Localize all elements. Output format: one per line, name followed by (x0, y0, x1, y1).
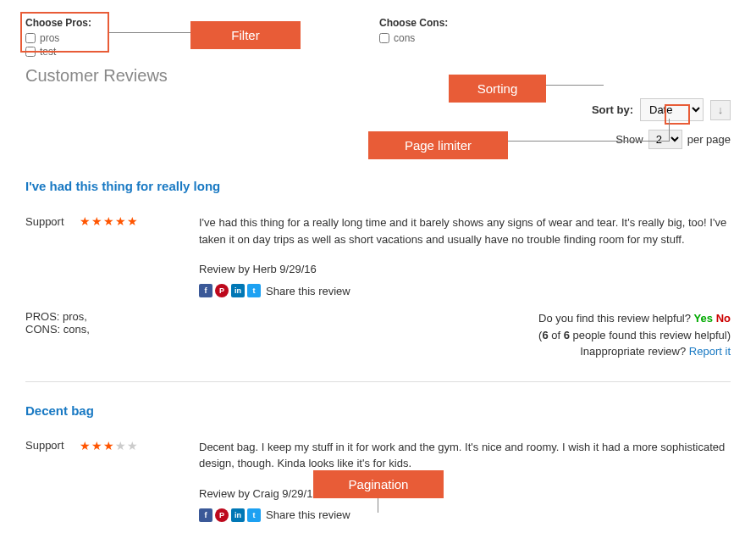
rating-stars: ★★★★★ (80, 214, 138, 228)
share-label[interactable]: Share this review (266, 285, 350, 297)
helpful-count: (6 of 6 people found this review helpful… (538, 327, 731, 344)
filter-item-label: cons (394, 32, 415, 44)
inappropriate-label: Inappropriate review? (580, 345, 686, 358)
review: Decent bag Support ★★★★★ Decent bag. I k… (25, 403, 731, 534)
review-byline: Review by Herb 9/29/16 (199, 263, 731, 275)
sort-label: Sort by: (592, 103, 633, 116)
star-icon: ★ (91, 439, 102, 452)
facebook-icon[interactable]: f (199, 508, 212, 522)
review-title[interactable]: Decent bag (25, 403, 731, 418)
social-icons: f P in t (199, 284, 261, 297)
star-icon: ★ (80, 214, 91, 228)
annotation-line (508, 141, 669, 142)
pros-text: PROS: pros, (25, 310, 90, 323)
twitter-icon[interactable]: t (247, 284, 261, 297)
helpful-no[interactable]: No (716, 312, 731, 325)
annotation-line (378, 496, 378, 513)
pinterest-icon[interactable]: P (215, 508, 229, 522)
arrow-down-icon: ↓ (718, 103, 724, 116)
filter-item-label: test (40, 46, 56, 58)
report-link[interactable]: Report it (689, 345, 731, 358)
facebook-icon[interactable]: f (199, 284, 212, 297)
linkedin-icon[interactable]: in (231, 284, 245, 297)
cons-filter: Choose Cons: cons (379, 17, 448, 59)
star-icon: ★ (115, 439, 126, 452)
social-icons: f P in t (199, 508, 261, 522)
linkedin-icon[interactable]: in (231, 508, 245, 522)
show-label: Show (615, 133, 643, 146)
sort-controls: Sort by: Date ↓ (25, 98, 731, 121)
filter-checkbox[interactable] (25, 47, 36, 57)
pros-filter: Choose Pros: prostest (25, 17, 91, 59)
rating-label: Support (25, 215, 64, 228)
callout-sorting: Sorting (449, 75, 546, 103)
limiter-select[interactable]: 2 (648, 130, 682, 149)
twitter-icon[interactable]: t (247, 508, 261, 522)
section-title: Customer Reviews (25, 66, 731, 86)
star-icon: ★ (103, 439, 114, 452)
filter-item: cons (379, 32, 448, 44)
per-page-label: per page (687, 133, 731, 146)
review-byline: Review by Craig 9/29/16 (199, 487, 731, 500)
pros-filter-label: Choose Pros: (25, 17, 91, 29)
cons-filter-label: Choose Cons: (379, 17, 448, 29)
callout-page-limiter: Page limiter (368, 131, 508, 159)
star-icon: ★ (91, 214, 102, 228)
callout-filter: Filter (190, 21, 301, 49)
helpful-question: Do you find this review helpful? (538, 312, 691, 325)
star-icon: ★ (127, 439, 138, 452)
filter-checkbox[interactable] (379, 33, 389, 43)
star-icon: ★ (80, 439, 91, 452)
sort-direction-button[interactable]: ↓ (710, 100, 731, 120)
filter-row: Choose Pros: prostest Choose Cons: cons (25, 17, 731, 59)
review-text: I've had this thing for a really long ti… (199, 214, 731, 247)
filter-item: pros (25, 32, 91, 44)
review-title[interactable]: I've had this thing for really long (25, 179, 731, 193)
filter-item: test (25, 46, 91, 58)
star-icon: ★ (115, 214, 126, 228)
share-label[interactable]: Share this review (266, 508, 350, 521)
star-icon: ★ (103, 214, 114, 228)
annotation-line (546, 85, 604, 86)
rating-label: Support (25, 439, 64, 452)
rating-stars: ★★★★★ (80, 439, 138, 452)
review: I've had this thing for really long Supp… (25, 179, 731, 382)
filter-checkbox[interactable] (25, 33, 36, 43)
helpful-block: Do you find this review helpful? Yes No … (538, 310, 731, 360)
filter-item-label: pros (40, 32, 59, 44)
review-text: Decent bag. I keep my stuff in it for wo… (199, 439, 731, 472)
sort-select[interactable]: Date (640, 98, 704, 121)
star-icon: ★ (127, 214, 138, 228)
helpful-yes[interactable]: Yes (694, 312, 713, 325)
callout-pagination: Pagination (313, 470, 444, 498)
cons-text: CONS: cons, (25, 323, 90, 336)
annotation-line (669, 119, 670, 142)
pros-cons: PROS: pros, CONS: cons, (25, 310, 90, 360)
annotation-line (109, 32, 191, 33)
pinterest-icon[interactable]: P (215, 284, 229, 297)
